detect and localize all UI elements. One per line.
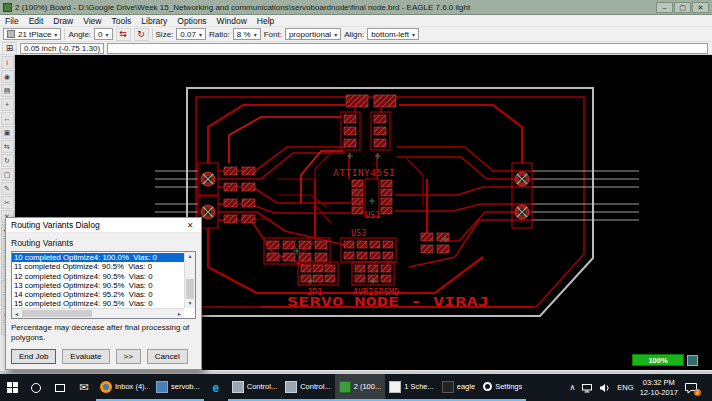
scroll-left-icon[interactable]: ◄ — [12, 309, 21, 318]
menu-bar: FileEditDrawViewToolsLibraryOptionsWindo… — [0, 15, 712, 27]
window-title: 2 (100%) Board - D:\Google Drive\Week 15… — [15, 3, 653, 12]
scroll-down-icon[interactable]: ▼ — [185, 299, 195, 308]
variant-row[interactable]: 14 completed Optimize4: 95.2% Vias: 0 — [12, 290, 184, 299]
angle-select[interactable]: 0 ▾ — [94, 28, 112, 40]
tool-copy-icon[interactable]: ▣ — [1, 126, 14, 139]
task-view-button[interactable] — [48, 374, 72, 401]
smd-pads — [224, 95, 449, 282]
toolbar-separator — [64, 29, 65, 40]
horizontal-scroll-thumb[interactable] — [22, 310, 92, 317]
volume-icon[interactable] — [599, 383, 611, 393]
menu-help[interactable]: Help — [252, 15, 279, 27]
taskbar-app-control-panel-2[interactable]: Control... — [281, 374, 334, 401]
mirror-button[interactable]: ⇆ — [116, 28, 131, 41]
tool-info-icon[interactable]: i — [1, 56, 14, 69]
tool-change-icon[interactable]: ✎ — [1, 182, 14, 195]
pcb-board-title: SERVO NODE - VIRAJ — [287, 294, 489, 309]
more-variants-button[interactable]: >> — [116, 349, 141, 364]
minimize-button[interactable]: – — [656, 2, 673, 13]
dialog-close-icon[interactable]: ✕ — [179, 218, 201, 233]
variants-list[interactable]: 10 completed Optimize4: 100.0% Vias: 011… — [12, 253, 184, 308]
size-select[interactable]: 0.07 ▾ — [176, 28, 206, 40]
variant-row[interactable]: 13 completed Optimize4: 90.5% Vias: 0 — [12, 281, 184, 290]
taskbar-app-control-panel-1[interactable]: Control... — [228, 374, 281, 401]
taskbar-app-eagle-control-panel[interactable]: eagle — [438, 374, 479, 401]
windows-logo-icon — [7, 382, 18, 393]
taskbar-app-eagle-schematic[interactable]: 1 Sche... — [385, 374, 438, 401]
chevron-down-icon: ▾ — [334, 31, 337, 38]
taskbar-app-settings[interactable]: Settings — [479, 374, 526, 401]
evaluate-button[interactable]: Evaluate — [62, 349, 109, 364]
ratio-select[interactable]: 8 % ▾ — [233, 28, 261, 40]
font-select[interactable]: proportional ▾ — [285, 28, 341, 40]
layer-select[interactable]: 21 tPlace ▾ — [3, 28, 61, 40]
tool-group-icon[interactable]: ▢ — [1, 168, 14, 181]
menu-tools[interactable]: Tools — [106, 15, 136, 27]
tool-display-icon[interactable]: ▤ — [1, 84, 14, 97]
action-center-button[interactable]: 2 — [684, 382, 698, 394]
scroll-up-icon[interactable]: ▲ — [185, 252, 195, 261]
taskbar-app-servoboard[interactable]: servob... — [152, 374, 204, 401]
progress-bar: 100% — [632, 354, 684, 366]
menu-window[interactable]: Window — [212, 15, 252, 27]
control-panel-icon — [232, 381, 244, 393]
angle-value: 0 — [98, 30, 102, 39]
dialog-body: Routing Variants 10 completed Optimize4:… — [6, 233, 201, 369]
gear-icon — [483, 382, 492, 391]
size-label: Size: — [156, 30, 174, 39]
variant-row[interactable]: 12 completed Optimize4: 90.5% Vias: 0 — [12, 272, 184, 281]
autorouter-progress: 100% — [632, 354, 698, 366]
angle-label: Angle: — [68, 30, 91, 39]
grid-button[interactable]: ⊞ — [2, 42, 17, 55]
start-button[interactable] — [0, 374, 24, 401]
menu-edit[interactable]: Edit — [24, 15, 49, 27]
chevron-down-icon: ▾ — [54, 31, 57, 38]
variant-row[interactable]: 15 completed Optimize4: 90.5% Vias: 0 — [12, 299, 184, 308]
align-select[interactable]: bottom-left ▾ — [367, 28, 419, 40]
dialog-note: Percentage may decrease after final proc… — [11, 323, 196, 344]
vertical-scrollbar[interactable]: ▲ ▼ — [184, 252, 195, 308]
notification-badge: 2 — [694, 389, 701, 396]
edge-button[interactable]: e — [204, 374, 228, 401]
cortana-button[interactable] — [24, 374, 48, 401]
variant-row[interactable]: 10 completed Optimize4: 100.0% Vias: 0 — [12, 253, 184, 262]
menu-file[interactable]: File — [0, 15, 24, 27]
language-indicator[interactable]: ENG — [617, 383, 633, 392]
horizontal-scrollbar[interactable]: ◄ ► — [12, 308, 184, 318]
tool-show-icon[interactable]: ◉ — [1, 70, 14, 83]
dialog-buttons: End Job Evaluate >> Cancel — [11, 349, 196, 364]
menu-draw[interactable]: Draw — [48, 15, 78, 27]
align-value: bottom-left — [371, 30, 409, 39]
cancel-button[interactable]: Cancel — [147, 349, 188, 364]
clock-time: 03:32 PM — [640, 378, 678, 387]
menu-view[interactable]: View — [78, 15, 106, 27]
taskbar-clock[interactable]: 03:32 PM 12-10-2017 — [640, 378, 678, 397]
mail-app-button[interactable]: ✉ — [72, 374, 96, 401]
tool-rotate-icon[interactable]: ↻ — [1, 154, 14, 167]
command-line-input[interactable] — [107, 43, 708, 54]
tool-mark-icon[interactable]: + — [1, 98, 14, 111]
end-job-button[interactable]: End Job — [11, 349, 56, 364]
tool-mirror-icon[interactable]: ⇆ — [1, 140, 14, 153]
close-button[interactable]: ✕ — [692, 2, 709, 13]
scroll-right-icon[interactable]: ► — [175, 309, 184, 318]
taskbar-app-eagle-board[interactable]: 2 (100... — [335, 374, 386, 401]
vertical-scroll-thumb[interactable] — [186, 279, 194, 299]
cortana-icon — [31, 383, 41, 393]
folder-icon — [156, 381, 168, 393]
ratio-label: Ratio: — [209, 30, 230, 39]
menu-options[interactable]: Options — [172, 15, 211, 27]
taskbar-app-inbox[interactable]: Inbox (4)... — [96, 374, 152, 401]
maximize-button[interactable]: ▢ — [674, 2, 691, 13]
dialog-title-bar[interactable]: Routing Variants Dialog ✕ — [6, 218, 201, 233]
tool-move-icon[interactable]: ↔ — [1, 112, 14, 125]
tool-cut-icon[interactable]: ✂ — [1, 196, 14, 209]
spin-button[interactable]: ↻ — [134, 28, 149, 41]
variant-row[interactable]: 11 completed Optimize4: 90.5% Vias: 0 — [12, 262, 184, 271]
clock-date: 12-10-2017 — [640, 388, 678, 397]
cursor-position: 0.05 inch (-0.75 1.30) — [20, 43, 104, 54]
network-icon[interactable] — [581, 383, 593, 393]
tray-expand-icon[interactable]: ∧ — [570, 383, 576, 392]
menu-library[interactable]: Library — [136, 15, 172, 27]
chevron-down-icon: ▾ — [106, 31, 109, 38]
